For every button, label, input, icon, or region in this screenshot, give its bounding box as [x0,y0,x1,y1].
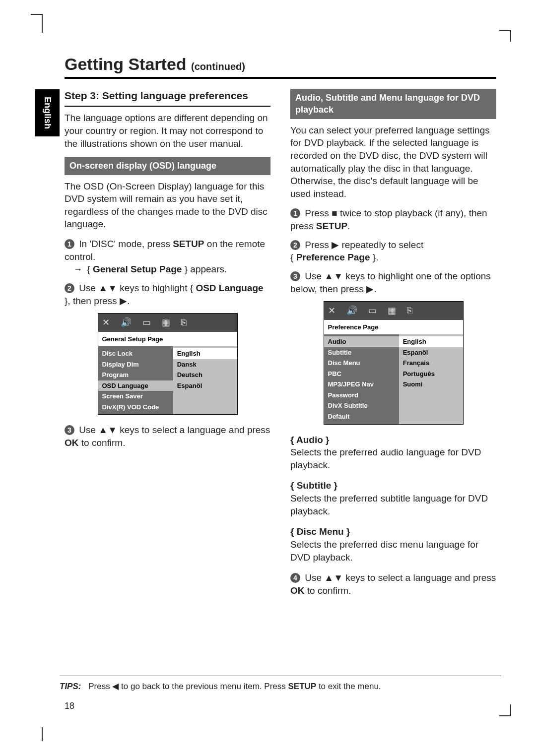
content-area: Getting Started (continued) Step 3: Sett… [65,55,496,603]
step-number-icon: 4 [290,573,300,583]
step-text: Use ▲▼ keys to select a language and pre… [79,425,270,435]
step-2: 2 Press ▶ repeatedly to select { Prefere… [290,239,496,264]
two-column-layout: Step 3: Setting language preferences The… [65,89,496,603]
osd-right-list: English Dansk Deutsch Espanöl [173,346,237,414]
osd-menu-preference: ✕ 🔊 ▭ ▦ ⎘ Preference Page Audio Subtitle… [324,301,464,424]
osd-item: DivX(R) VOD Code [98,402,173,413]
language-tab: English [35,89,60,136]
video-icon: ▭ [368,305,377,316]
osd-item: Program [98,370,173,380]
step-keyword: SETUP [316,221,347,231]
definition-heading: { Audio } [290,434,496,446]
osd-item: Screen Saver [98,391,173,402]
settings-icon: ✕ [328,305,335,316]
tips-keyword: SETUP [288,682,316,691]
tips-text: to exit the menu. [316,682,381,691]
step-keyword: OK [65,438,79,448]
page-number: 18 [65,701,74,711]
step-text: . [347,221,350,231]
av-subheading: Audio, Subtitle and Menu language for DV… [290,89,496,119]
av-paragraph: You can select your preferred language s… [290,124,496,200]
osd-option: Deutsch [173,370,237,380]
definition-heading: { Subtitle } [290,479,496,492]
osd-item: PBC [324,369,399,379]
step-text: Use ▲▼ keys to highlight one of the opti… [290,271,491,294]
page-title: Getting Started (continued) [65,55,496,74]
osd-subheading: On-screen display (OSD) language [65,157,270,175]
left-column: Step 3: Setting language preferences The… [65,89,270,603]
osd-option: Suomi [399,379,463,390]
step-number-icon: 1 [290,208,300,218]
step-number-icon: 3 [290,271,300,281]
step-text: { [290,252,296,262]
settings-icon: ✕ [102,316,110,328]
definition-disc-menu: { Disc Menu } Selects the preferred disc… [290,525,496,564]
step-heading: Step 3: Setting language preferences [65,89,270,103]
osd-option-selected: English [173,348,237,359]
step-4: 4 Use ▲▼ keys to select a language and p… [290,571,496,597]
audio-icon: 🔊 [121,316,132,328]
exit-icon: ⎘ [181,316,187,328]
step-text: }, then press ▶. [65,296,130,306]
osd-option: Português [399,369,463,379]
tips-text: Press ◀ to go back to the previous menu … [88,682,288,691]
crop-mark-icon [499,704,511,716]
step-number-icon: 2 [65,283,74,293]
arrow-right-icon: → [73,263,82,275]
definition-subtitle: { Subtitle } Selects the preferred subti… [290,479,496,517]
preference-icon: ▦ [162,316,170,328]
osd-left-list: Audio Subtitle Disc Menu PBC MP3/JPEG Na… [324,334,399,424]
osd-left-list: Disc Lock Display Dim Program OSD Langua… [98,346,173,414]
definition-text: Selects the preferred subtitle language … [290,492,496,517]
step-number-icon: 1 [65,239,74,249]
osd-item: Subtitle [324,347,399,358]
step-text: to confirm. [79,438,126,448]
osd-page-title: General Setup Page [98,332,237,347]
step-2: 2 Use ▲▼ keys to highlight { OSD Languag… [65,282,270,307]
step-text: { [87,264,93,274]
step-text: Press ▶ repeatedly to select [305,240,423,250]
osd-item: Default [324,411,399,422]
step-number-icon: 2 [290,240,300,250]
step-text: Use ▲▼ keys to select a language and pre… [305,572,496,583]
step-1: 1 In 'DISC' mode, press SETUP on the rem… [65,238,270,276]
step-1: 1 Press ■ twice to stop playback (if any… [290,207,496,232]
step-keyword: OSD Language [196,283,263,293]
definition-text: Selects the preferred disc menu language… [290,538,496,564]
osd-item-selected: OSD Language [98,380,173,391]
step-keyword: OK [290,585,305,596]
step-text: to confirm. [305,585,351,596]
exit-icon: ⎘ [407,305,412,316]
osd-option: Espanöl [173,380,237,391]
step-text: Use ▲▼ keys to highlight { [79,283,196,293]
step-text: } appears. [182,264,227,274]
osd-item: Password [324,390,399,401]
osd-tab-bar: ✕ 🔊 ▭ ▦ ⎘ [98,314,237,331]
osd-option: Espanöl [399,347,463,358]
crop-mark-icon [42,14,54,33]
title-text: Getting Started [65,55,187,73]
crop-mark-icon [42,727,54,741]
step-text: In 'DISC' mode, press [79,239,173,249]
osd-item-selected: Audio [324,336,399,347]
intro-paragraph: The language options are different depen… [65,112,270,150]
definition-text: Selects the preferred audio language for… [290,446,496,471]
definition-heading: { Disc Menu } [290,525,496,538]
osd-paragraph: The OSD (On-Screen Display) language for… [65,180,270,231]
osd-page-title: Preference Page [324,320,463,335]
tips-footer: TIPS: Press ◀ to go back to the previous… [60,676,501,692]
step-number-icon: 3 [65,425,74,435]
step-3: 3 Use ▲▼ keys to select a language and p… [65,424,270,449]
osd-menu-general: ✕ 🔊 ▭ ▦ ⎘ General Setup Page Disc Lock D… [98,313,238,415]
step-keyword: Preference Page [296,252,370,262]
osd-item: MP3/JPEG Nav [324,379,399,390]
osd-option: Dansk [173,359,237,370]
osd-item: Disc Menu [324,358,399,369]
tips-label: TIPS: [60,682,81,691]
manual-page: English Getting Started (continued) Step… [0,0,536,756]
video-icon: ▭ [142,316,151,328]
title-rule [65,77,496,79]
title-continued: (continued) [191,61,245,72]
osd-item: DivX Subtitle [324,400,399,411]
osd-item: Disc Lock [98,348,173,359]
